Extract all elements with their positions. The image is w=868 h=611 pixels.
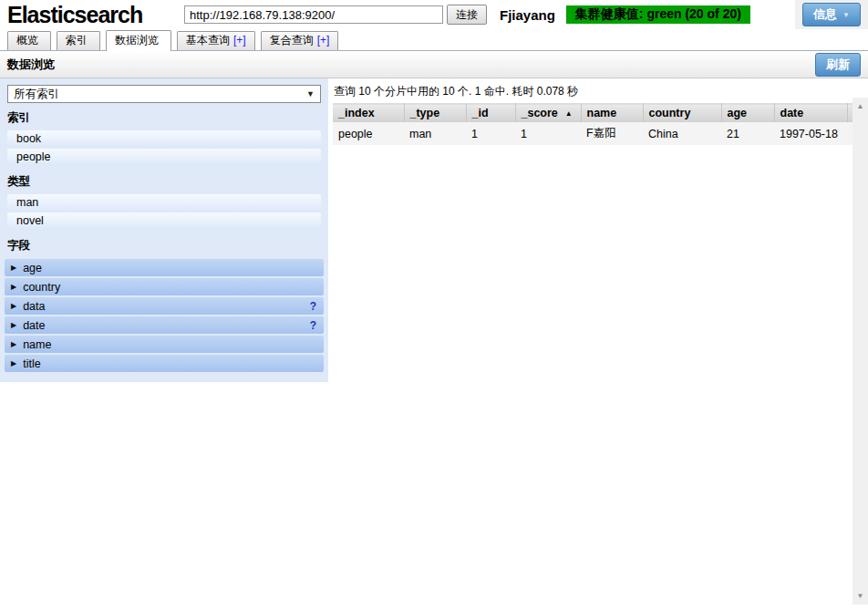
cell-name[interactable]: F嘉阳 (581, 122, 643, 145)
info-button-label: 信息 (813, 6, 837, 23)
table-row[interactable]: people man 1 1 F嘉阳 China 21 1997-05-18 (333, 122, 852, 145)
field-label: age (23, 262, 42, 274)
browser-toolbar: 数据浏览 刷新 (0, 51, 868, 78)
server-url-input[interactable] (184, 5, 443, 24)
cluster-name: Fjiayang (500, 7, 555, 23)
field-item-title[interactable]: ▶ title (5, 355, 324, 372)
main-tabbar: 概览 索引 数据浏览 基本查询[+] 复合查询[+] (0, 29, 868, 51)
field-label: country (23, 281, 60, 294)
results-table: _index _type _id _score▲ name country ag… (333, 103, 852, 145)
cell-index[interactable]: people (333, 122, 404, 145)
expand-triangle-icon: ▶ (11, 283, 16, 291)
table-header-row: _index _type _id _score▲ name country ag… (333, 104, 852, 123)
index-filter-select[interactable]: 所有索引 ▼ (7, 85, 321, 103)
index-item-book[interactable]: book (7, 130, 321, 148)
scroll-up-icon[interactable]: ▲ (852, 102, 868, 110)
indices-section-header: 索引 (0, 103, 328, 129)
column-header-index[interactable]: _index (333, 104, 404, 123)
info-dropdown-button[interactable]: 信息 ▼ (802, 3, 861, 26)
tab-label: 索引 (66, 33, 88, 48)
type-item-novel[interactable]: novel (7, 212, 321, 230)
cell-country[interactable]: China (643, 122, 721, 145)
tab-label: 数据浏览 (115, 33, 159, 48)
tab-plus-icon: [+] (233, 34, 246, 47)
column-header-date[interactable]: date (774, 104, 847, 123)
column-header-type[interactable]: _type (404, 104, 466, 123)
tab-label: 复合查询 (270, 33, 314, 48)
column-header-age[interactable]: age (721, 104, 774, 123)
column-header-id[interactable]: _id (466, 104, 515, 123)
tab-plus-icon: [+] (317, 34, 330, 47)
tab-overview[interactable]: 概览 (7, 31, 51, 50)
tab-any-request[interactable]: 复合查询[+] (261, 31, 339, 50)
expand-triangle-icon: ▶ (11, 359, 16, 368)
expand-triangle-icon: ▶ (11, 321, 16, 329)
column-header-label: _score (522, 107, 558, 119)
field-label: name (23, 338, 51, 351)
section-title: 数据浏览 (7, 57, 55, 73)
cell-age[interactable]: 21 (721, 122, 774, 145)
column-header-name[interactable]: name (581, 104, 643, 123)
expand-triangle-icon: ▶ (11, 340, 16, 348)
dropdown-caret-icon: ▼ (842, 11, 850, 19)
field-label: date (23, 319, 45, 332)
cell-id[interactable]: 1 (466, 122, 515, 145)
types-section-header: 类型 (0, 167, 328, 193)
tab-indices[interactable]: 索引 (57, 31, 100, 50)
field-item-name[interactable]: ▶ name (5, 336, 324, 353)
column-header-country[interactable]: country (643, 104, 721, 123)
type-item-man[interactable]: man (7, 194, 321, 212)
fields-section-header: 字段 (0, 231, 328, 257)
select-arrow-icon: ▼ (306, 89, 315, 98)
query-status-text: 查询 10 个分片中用的 10 个. 1 命中. 耗时 0.078 秒 (333, 78, 868, 103)
field-item-data[interactable]: ▶ data ? (5, 297, 324, 315)
sort-asc-icon: ▲ (565, 109, 573, 118)
refresh-button[interactable]: 刷新 (815, 53, 861, 77)
cell-date[interactable]: 1997-05-18 (774, 122, 847, 145)
expand-triangle-icon: ▶ (11, 264, 16, 272)
filter-sidebar: 所有索引 ▼ 索引 book people 类型 man novel 字段 ▶ … (0, 78, 328, 382)
info-button-area: 信息 ▼ (795, 0, 868, 29)
field-label: data (23, 300, 45, 313)
tab-label: 概览 (16, 33, 38, 48)
index-filter-value: 所有索引 (14, 87, 59, 102)
app-header: Elasticsearch 连接 Fjiayang 集群健康值: green (… (0, 0, 868, 29)
expand-triangle-icon: ▶ (11, 302, 16, 310)
results-panel: 查询 10 个分片中用的 10 个. 1 命中. 耗时 0.078 秒 _ind… (328, 78, 868, 611)
tab-label: 基本查询 (186, 33, 230, 48)
tab-structured-query[interactable]: 基本查询[+] (177, 31, 255, 50)
cell-type[interactable]: man (404, 122, 466, 145)
field-item-age[interactable]: ▶ age (5, 259, 324, 276)
page-title: Elasticsearch (7, 2, 179, 28)
field-item-country[interactable]: ▶ country (5, 278, 324, 295)
index-item-people[interactable]: people (7, 149, 321, 166)
column-header-score[interactable]: _score▲ (515, 104, 581, 123)
help-icon[interactable]: ? (310, 300, 316, 313)
connect-button[interactable]: 连接 (447, 5, 487, 25)
content: 所有索引 ▼ 索引 book people 类型 man novel 字段 ▶ … (0, 78, 868, 611)
cell-score[interactable]: 1 (515, 122, 581, 145)
help-icon[interactable]: ? (310, 319, 316, 332)
scroll-down-icon[interactable]: ▼ (852, 592, 868, 600)
field-label: title (23, 357, 40, 370)
results-scrollbar[interactable]: ▲ ▼ (852, 98, 868, 605)
field-item-date[interactable]: ▶ date ? (5, 316, 324, 334)
cluster-health-badge: 集群健康值: green (20 of 20) (566, 5, 750, 24)
tab-browser[interactable]: 数据浏览 (106, 30, 171, 51)
